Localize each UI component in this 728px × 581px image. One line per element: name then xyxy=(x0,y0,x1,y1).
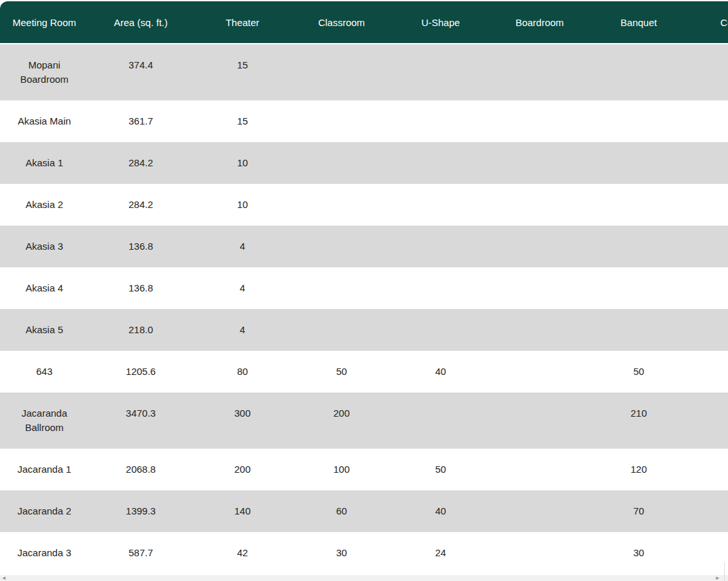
value-cell xyxy=(490,393,589,449)
value-cell: 300 xyxy=(193,393,292,449)
value-cell xyxy=(292,100,391,142)
value-cell: 218.0 xyxy=(89,309,193,351)
value-cell: 3470.3 xyxy=(89,393,193,449)
value-cell: 50 xyxy=(391,449,490,490)
value-cell xyxy=(589,142,688,184)
table-row: Akasia 5218.04 xyxy=(0,309,728,351)
column-header-cocktail[interactable]: Cocktail xyxy=(688,1,728,44)
value-cell: 50 xyxy=(589,351,688,393)
room-name-cell: Jacaranda Ballroom xyxy=(0,393,89,449)
table-row: Akasia 1284.210 xyxy=(0,142,728,184)
value-cell: 284.2 xyxy=(89,184,193,226)
column-header-boardroom[interactable]: Boardroom xyxy=(490,1,589,44)
room-name-cell: Jacaranda 3 xyxy=(0,532,89,574)
value-cell: 42 xyxy=(193,532,292,574)
value-cell: 40 xyxy=(391,351,490,393)
value-cell: 100 xyxy=(292,449,391,490)
value-cell: 30 xyxy=(292,532,391,574)
room-name-cell: Akasia 4 xyxy=(0,267,89,309)
value-cell: 15 xyxy=(193,100,292,142)
value-cell xyxy=(391,309,490,351)
room-name-cell: 643 xyxy=(0,351,89,393)
value-cell: 361.7 xyxy=(89,100,193,142)
value-cell: 80 xyxy=(193,351,292,393)
column-header-theater[interactable]: Theater xyxy=(193,1,292,44)
value-cell: 2068.8 xyxy=(89,449,193,490)
value-cell: 30 xyxy=(589,532,688,574)
room-name-cell: Akasia 5 xyxy=(0,309,89,351)
value-cell xyxy=(292,226,391,267)
column-header-meeting-room[interactable]: Meeting Room xyxy=(0,1,89,44)
value-cell xyxy=(688,267,728,309)
column-header-u-shape[interactable]: U-Shape xyxy=(391,1,490,44)
value-cell: 4 xyxy=(193,267,292,309)
value-cell: 30 xyxy=(688,532,728,574)
value-cell: 200 xyxy=(292,393,391,449)
value-cell xyxy=(688,309,728,351)
value-cell xyxy=(490,100,589,142)
value-cell xyxy=(391,100,490,142)
value-cell xyxy=(490,184,589,226)
value-cell xyxy=(589,44,688,100)
value-cell: 136.8 xyxy=(89,267,193,309)
value-cell xyxy=(490,44,589,100)
value-cell xyxy=(589,309,688,351)
room-name-cell: Akasia 1 xyxy=(0,142,89,184)
horizontal-scrollbar[interactable]: ◄ ► xyxy=(0,575,728,581)
value-cell xyxy=(391,226,490,267)
value-cell xyxy=(490,226,589,267)
vertical-scrollbar-edge xyxy=(724,562,725,581)
scroll-right-icon[interactable]: ► xyxy=(715,575,720,581)
value-cell: 284.2 xyxy=(89,142,193,184)
value-cell: 40 xyxy=(391,490,490,532)
table-row: Jacaranda 21399.3140604070100 xyxy=(0,490,728,532)
value-cell xyxy=(589,100,688,142)
meeting-rooms-table-visual: Meeting RoomArea (sq. ft.)TheaterClassro… xyxy=(0,0,728,581)
value-cell: 24 xyxy=(391,532,490,574)
value-cell: 120 xyxy=(589,449,688,490)
value-cell: 4 xyxy=(193,226,292,267)
column-header-area-sq-ft[interactable]: Area (sq. ft.) xyxy=(89,1,193,44)
value-cell: 100 xyxy=(688,490,728,532)
value-cell: 1399.3 xyxy=(89,490,193,532)
table-row: Akasia 4136.84 xyxy=(0,267,728,309)
value-cell xyxy=(391,184,490,226)
value-cell: 50 xyxy=(292,351,391,393)
value-cell xyxy=(688,44,728,100)
value-cell: 70 xyxy=(589,490,688,532)
value-cell xyxy=(589,226,688,267)
value-cell xyxy=(292,184,391,226)
scroll-left-icon[interactable]: ◄ xyxy=(1,575,7,581)
value-cell: 136.8 xyxy=(89,226,193,267)
table-body: Mopani Boardroom374.415Akasia Main361.71… xyxy=(0,44,728,574)
value-cell: 4 xyxy=(193,309,292,351)
column-header-banquet[interactable]: Banquet xyxy=(589,1,688,44)
value-cell: 200 xyxy=(193,449,292,490)
value-cell: 130 xyxy=(688,449,728,490)
meeting-rooms-table: Meeting RoomArea (sq. ft.)TheaterClassro… xyxy=(0,1,728,574)
value-cell xyxy=(490,267,589,309)
value-cell: 60 xyxy=(292,490,391,532)
header-row: Meeting RoomArea (sq. ft.)TheaterClassro… xyxy=(0,1,728,44)
value-cell: 10 xyxy=(193,142,292,184)
table-container: Meeting RoomArea (sq. ft.)TheaterClassro… xyxy=(0,1,728,574)
table-row: Jacaranda 12068.820010050120130 xyxy=(0,449,728,490)
room-name-cell: Akasia Main xyxy=(0,100,89,142)
room-name-cell: Mopani Boardroom xyxy=(0,44,89,100)
value-cell xyxy=(391,44,490,100)
value-cell: 60 xyxy=(688,351,728,393)
value-cell: 210 xyxy=(589,393,688,449)
value-cell xyxy=(292,142,391,184)
column-header-classroom[interactable]: Classroom xyxy=(292,1,391,44)
value-cell xyxy=(688,226,728,267)
table-row: Akasia 3136.84 xyxy=(0,226,728,267)
value-cell: 10 xyxy=(193,184,292,226)
value-cell: 140 xyxy=(193,490,292,532)
value-cell: 587.7 xyxy=(89,532,193,574)
room-name-cell: Jacaranda 2 xyxy=(0,490,89,532)
table-row: Jacaranda 3587.74230243030 xyxy=(0,532,728,574)
value-cell: 1205.6 xyxy=(89,351,193,393)
value-cell xyxy=(589,267,688,309)
value-cell: 374.4 xyxy=(89,44,193,100)
value-cell xyxy=(490,490,589,532)
